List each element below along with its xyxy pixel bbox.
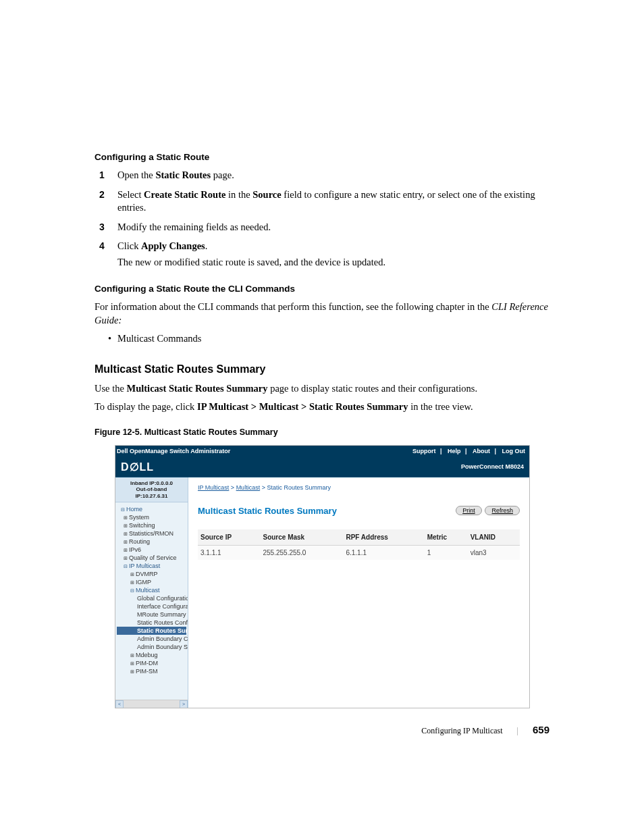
oob-ip: Out-of-band IP:10.27.6.31 (119, 486, 184, 499)
top-link-logout[interactable]: Log Out (500, 448, 529, 454)
top-link-support[interactable]: Support (410, 448, 439, 454)
summary-body-2: To display the page, click IP Multicast … (95, 400, 549, 414)
summary-body-1: Use the Multicast Static Routes Summary … (95, 382, 549, 396)
heading-config-static: Configuring a Static Route (95, 152, 549, 162)
tree-igmp[interactable]: IGMP (117, 578, 186, 586)
tree-dvmrp[interactable]: DVMRP (117, 570, 186, 578)
ss-logobar: D∅LL PowerConnect M8024 (115, 457, 529, 477)
figure-caption: Figure 12-5. Multicast Static Routes Sum… (95, 427, 549, 437)
tree-pimsm[interactable]: PIM-SM (117, 667, 186, 675)
tree-multicast[interactable]: Multicast (117, 586, 186, 594)
screenshot-figure: Dell OpenManage Switch Administrator Sup… (115, 445, 530, 708)
tree-static-config[interactable]: Static Routes Configu (117, 619, 186, 627)
tree-iface-config[interactable]: Interface Configuration (117, 602, 186, 610)
nav-tree: Home System Switching Statistics/RMON Ro… (115, 502, 188, 678)
steps-list: 1 Open the Static Routes page. 2 Select … (95, 169, 549, 269)
tree-routing[interactable]: Routing (117, 538, 186, 546)
ss-main-panel: IP Multicast > Multicast > Static Routes… (188, 477, 529, 708)
th-source-ip: Source IP (198, 529, 260, 546)
td-vlanid: vlan3 (468, 545, 520, 560)
step-3: 3 Modify the remaining fields as needed. (117, 221, 549, 234)
table-row: 3.1.1.1 255.255.255.0 6.1.1.1 1 vlan3 (198, 545, 520, 560)
tree-switching[interactable]: Switching (117, 521, 186, 529)
tree-admin-boundary-con[interactable]: Admin Boundary Con (117, 635, 186, 643)
ss-top-links: Support | Help | About | Log Out (408, 448, 528, 454)
cli-bullet-1: Multicast Commands (117, 333, 549, 344)
step-4-result: The new or modified static route is save… (117, 256, 549, 269)
footer-chapter: Configuring IP Multicast (421, 726, 502, 735)
th-rpf-address: RPF Address (343, 529, 424, 546)
page-footer: Configuring IP Multicast | 659 (421, 724, 549, 736)
footer-page-number: 659 (533, 724, 549, 735)
table-header-row: Source IP Source Mask RPF Address Metric… (198, 529, 520, 546)
tree-static-summary[interactable]: Static Routes Summ (117, 627, 186, 635)
step-num-4: 4 (99, 240, 105, 253)
th-source-mask: Source Mask (260, 529, 343, 546)
scroll-right-icon[interactable]: > (180, 700, 188, 708)
dell-logo: D∅LL (121, 461, 154, 473)
bc-ipmulticast[interactable]: IP Multicast (198, 484, 229, 491)
inband-ip: Inband IP:0.0.0.0 (119, 480, 184, 487)
sidebar-scrollbar[interactable]: < > (115, 700, 188, 708)
ss-topbar: Dell OpenManage Switch Administrator Sup… (115, 446, 529, 457)
tree-admin-boundary-sum[interactable]: Admin Boundary Sum (117, 643, 186, 651)
tree-system[interactable]: System (117, 513, 186, 521)
tree-ipmulticast[interactable]: IP Multicast (117, 562, 186, 570)
heading-summary: Multicast Static Routes Summary (95, 363, 549, 375)
top-link-help[interactable]: Help (445, 448, 464, 454)
cli-body: For information about the CLI commands t… (95, 301, 549, 327)
model-name: PowerConnect M8024 (461, 463, 524, 470)
heading-cli: Configuring a Static Route the CLI Comma… (95, 284, 549, 294)
th-metric: Metric (425, 529, 468, 546)
tree-stats[interactable]: Statistics/RMON (117, 529, 186, 538)
bc-multicast[interactable]: Multicast (236, 484, 261, 491)
panel-buttons: Print Refresh (454, 506, 520, 515)
step-4: 4 Click Apply Changes. The new or modifi… (117, 240, 549, 269)
refresh-button[interactable]: Refresh (485, 506, 520, 515)
breadcrumb: IP Multicast > Multicast > Static Routes… (198, 484, 520, 491)
footer-separator: | (517, 726, 518, 735)
ss-sidebar: Inband IP:0.0.0.0 Out-of-band IP:10.27.6… (115, 477, 188, 708)
step-2: 2 Select Create Static Route in the Sour… (117, 188, 549, 215)
tree-pimdm[interactable]: PIM-DM (117, 659, 186, 667)
scroll-left-icon[interactable]: < (115, 700, 124, 708)
td-metric: 1 (425, 545, 468, 560)
tree-mroute[interactable]: MRoute Summary (117, 610, 186, 619)
routes-table: Source IP Source Mask RPF Address Metric… (198, 529, 520, 560)
top-link-about[interactable]: About (470, 448, 493, 454)
step-num-1: 1 (99, 169, 105, 182)
tree-global-config[interactable]: Global Configuration (117, 594, 186, 602)
tree-mdebug[interactable]: Mdebug (117, 651, 186, 659)
print-button[interactable]: Print (456, 506, 482, 515)
step-num-2: 2 (99, 188, 105, 201)
ss-app-title: Dell OpenManage Switch Administrator (117, 448, 230, 454)
step-num-3: 3 (99, 221, 105, 234)
td-source-ip: 3.1.1.1 (198, 545, 260, 560)
td-source-mask: 255.255.255.0 (260, 545, 343, 560)
tree-home[interactable]: Home (117, 505, 186, 513)
td-rpf-address: 6.1.1.1 (343, 545, 424, 560)
tree-ipv6[interactable]: IPv6 (117, 546, 186, 554)
bc-current: Static Routes Summary (267, 484, 331, 491)
th-vlanid: VLANID (468, 529, 520, 546)
cli-bullets: Multicast Commands (95, 333, 549, 344)
ss-ip-block: Inband IP:0.0.0.0 Out-of-band IP:10.27.6… (115, 477, 188, 503)
tree-qos[interactable]: Quality of Service (117, 554, 186, 562)
step-1: 1 Open the Static Routes page. (117, 169, 549, 182)
